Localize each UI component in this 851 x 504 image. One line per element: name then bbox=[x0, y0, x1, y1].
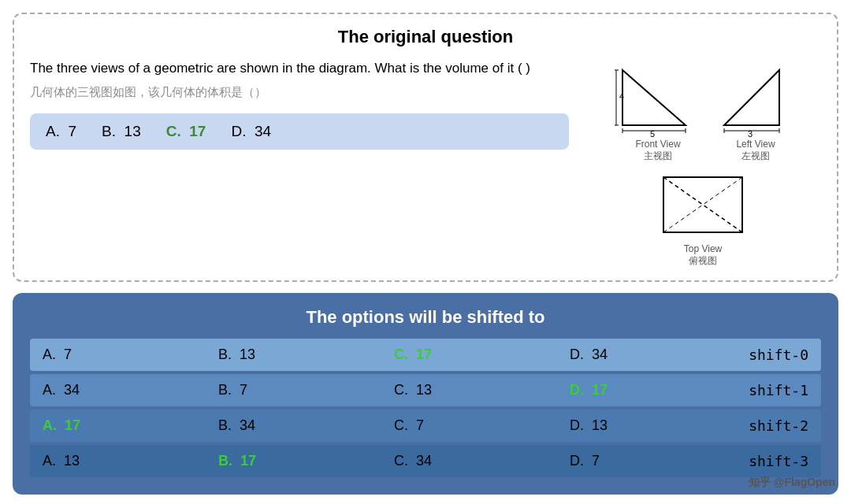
top-content-area: The three views of a geometric are shown… bbox=[30, 58, 821, 268]
shift-row-2: A. 17 B. 34 C. 7 D. 13 shift-2 bbox=[30, 410, 821, 442]
shift2-opt-d: D. 13 bbox=[570, 417, 745, 434]
shift1-opt-d: D. 17 bbox=[570, 382, 745, 398]
shift1-opt-b: B. 7 bbox=[218, 382, 394, 398]
shift1-opt-c: C. 13 bbox=[394, 382, 570, 398]
original-question-section: The original question The three views of… bbox=[13, 13, 838, 282]
question-text-en: The three views of a geometric are shown… bbox=[30, 58, 569, 79]
shift0-label: shift-0 bbox=[745, 346, 808, 363]
shift-rows-container: A. 7 B. 13 C. 17 D. 34 shift-0 A. 34 B. … bbox=[30, 339, 821, 477]
top-view-diagram: Top View俯视图 bbox=[656, 171, 750, 268]
shift3-opt-a: A. 13 bbox=[43, 453, 218, 469]
shift3-opt-d: D. 7 bbox=[570, 453, 745, 469]
front-view-label: Front View主视图 bbox=[635, 139, 680, 163]
shift0-opt-a: A. 7 bbox=[43, 346, 218, 363]
shift3-label: shift-3 bbox=[745, 453, 808, 469]
question-text-cn: 几何体的三视图如图，该几何体的体积是（） bbox=[30, 83, 569, 102]
top-view-label: Top View俯视图 bbox=[684, 243, 722, 268]
option-b-label: B. 13 bbox=[102, 123, 141, 140]
shift-row-1: A. 34 B. 7 C. 13 D. 17 shift-1 bbox=[30, 374, 821, 406]
diagram-row-top: 4 5 Front View主视图 bbox=[615, 58, 791, 163]
front-view-svg: 4 5 bbox=[615, 58, 701, 137]
shift2-opt-a: A. 17 bbox=[43, 417, 218, 434]
shift0-opt-b: B. 13 bbox=[218, 346, 394, 363]
top-view-svg bbox=[656, 171, 750, 242]
svg-marker-9 bbox=[724, 70, 779, 125]
question-text-area: The three views of a geometric are shown… bbox=[30, 58, 569, 150]
watermark: 知乎 @FlagOpen bbox=[749, 476, 835, 490]
svg-text:5: 5 bbox=[650, 129, 655, 137]
svg-text:4: 4 bbox=[619, 91, 624, 101]
original-options-bar: A. 7 B. 13 C. 17 D. 34 bbox=[30, 113, 569, 150]
shifted-options-title: The options will be shifted to bbox=[30, 307, 821, 328]
original-question-title: The original question bbox=[30, 27, 821, 47]
shift2-opt-c: C. 7 bbox=[394, 417, 570, 434]
shift-row-0: A. 7 B. 13 C. 17 D. 34 shift-0 bbox=[30, 339, 821, 371]
shift2-opt-b: B. 34 bbox=[218, 417, 394, 434]
option-c-label: C. 17 bbox=[166, 123, 206, 140]
shifted-options-section: The options will be shifted to A. 7 B. 1… bbox=[13, 293, 838, 495]
left-view-svg: 3 bbox=[720, 58, 791, 137]
option-d-label: D. 34 bbox=[231, 123, 271, 140]
left-view-label: Left View左视图 bbox=[736, 139, 775, 163]
shift-row-3: A. 13 B. 17 C. 34 D. 7 shift-3 bbox=[30, 445, 821, 477]
diagrams-area: 4 5 Front View主视图 bbox=[585, 58, 821, 268]
shift3-opt-c: C. 34 bbox=[394, 453, 570, 469]
option-a-label: A. 7 bbox=[46, 123, 76, 140]
shift1-label: shift-1 bbox=[745, 382, 808, 398]
shift1-opt-a: A. 34 bbox=[43, 382, 218, 398]
shift0-opt-c: C. 17 bbox=[394, 346, 570, 363]
shift2-label: shift-2 bbox=[745, 417, 808, 434]
left-view-diagram: 3 Left View左视图 bbox=[720, 58, 791, 163]
shift0-opt-d: D. 34 bbox=[570, 346, 745, 363]
shift3-opt-b: B. 17 bbox=[218, 453, 394, 469]
svg-marker-0 bbox=[622, 70, 686, 125]
front-view-diagram: 4 5 Front View主视图 bbox=[615, 58, 701, 163]
svg-text:3: 3 bbox=[748, 129, 753, 137]
